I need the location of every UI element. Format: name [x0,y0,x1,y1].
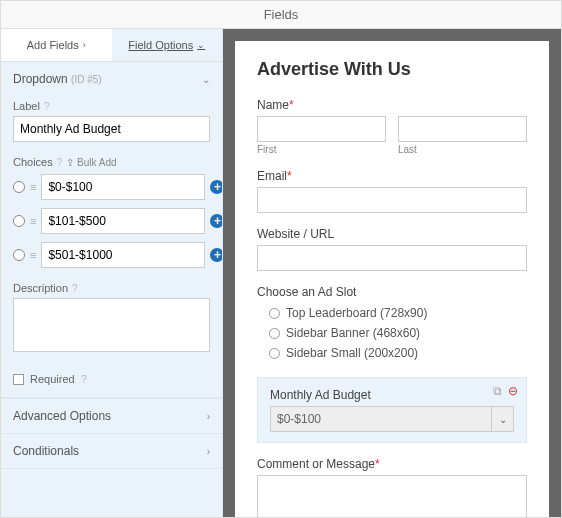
tab-add-fields[interactable]: Add Fields › [1,29,112,61]
name-label: Name [257,98,289,112]
upload-icon: ⇪ [66,157,74,168]
select-toggle-icon[interactable]: ⌄ [492,406,514,432]
comment-input[interactable] [257,475,527,518]
header-title: Fields [264,7,299,22]
help-icon[interactable]: ? [57,157,63,168]
drag-icon[interactable]: ≡ [30,215,36,227]
section-advanced[interactable]: Advanced Options › [1,398,222,433]
required-label: Required [30,373,75,385]
budget-label: Monthly Ad Budget [270,388,514,402]
radio-icon [269,328,280,339]
choice-input[interactable] [41,174,205,200]
required-checkbox[interactable] [13,374,24,385]
website-label: Website / URL [257,227,527,241]
choice-row: ≡ + − [13,174,210,200]
first-sublabel: First [257,144,386,155]
budget-select[interactable]: $0-$100 [270,406,492,432]
help-icon[interactable]: ? [44,101,50,112]
last-sublabel: Last [398,144,527,155]
default-radio[interactable] [13,215,25,227]
choice-row: ≡ + − [13,208,210,234]
description-heading: Description [13,282,68,294]
adslot-option[interactable]: Sidebar Small (200x200) [257,343,527,363]
add-choice-icon[interactable]: + [210,214,223,228]
add-choice-icon[interactable]: + [210,180,223,194]
choices-heading: Choices [13,156,53,168]
top-header: Fields [1,1,561,29]
radio-icon [269,348,280,359]
label-heading: Label [13,100,40,112]
email-label: Email [257,169,287,183]
choice-input[interactable] [41,208,205,234]
drag-icon[interactable]: ≡ [30,249,36,261]
chevron-right-icon: › [207,411,210,422]
required-mark: * [375,457,380,471]
required-mark: * [287,169,292,183]
choice-input[interactable] [41,242,205,268]
help-icon[interactable]: ? [72,283,78,294]
description-input[interactable] [13,298,210,352]
choice-row: ≡ + − [13,242,210,268]
adslot-option[interactable]: Top Leaderboard (728x90) [257,303,527,323]
default-radio[interactable] [13,249,25,261]
tabs: Add Fields › Field Options ⌄ [1,29,222,62]
default-radio[interactable] [13,181,25,193]
tab-field-options[interactable]: Field Options ⌄ [112,29,223,61]
delete-icon[interactable]: ⊖ [508,384,518,398]
chevron-right-icon: › [207,446,210,457]
email-input[interactable] [257,187,527,213]
website-input[interactable] [257,245,527,271]
radio-icon [269,308,280,319]
first-name-input[interactable] [257,116,386,142]
comment-label: Comment or Message [257,457,375,471]
chevron-down-icon: ⌄ [197,40,205,50]
form-title: Advertise With Us [257,59,527,80]
sidebar: Add Fields › Field Options ⌄ Dropdown (I… [1,29,223,518]
selected-field-budget[interactable]: ⧉ ⊖ Monthly Ad Budget $0-$100 ⌄ [257,377,527,443]
bulk-add-link[interactable]: ⇪ Bulk Add [66,157,116,168]
preview-area: Advertise With Us Name* First Last Email… [223,29,561,518]
adslot-label: Choose an Ad Slot [257,285,527,299]
add-choice-icon[interactable]: + [210,248,223,262]
section-dropdown-header[interactable]: Dropdown (ID #5) ⌄ [1,62,222,96]
drag-icon[interactable]: ≡ [30,181,36,193]
adslot-option[interactable]: Sidebar Banner (468x60) [257,323,527,343]
help-icon[interactable]: ? [81,373,87,385]
section-conditionals[interactable]: Conditionals › [1,433,222,469]
chevron-down-icon: ⌄ [202,74,210,85]
last-name-input[interactable] [398,116,527,142]
required-mark: * [289,98,294,112]
chevron-right-icon: › [83,40,86,50]
field-id: (ID #5) [71,74,102,85]
label-input[interactable] [13,116,210,142]
duplicate-icon[interactable]: ⧉ [493,384,502,398]
